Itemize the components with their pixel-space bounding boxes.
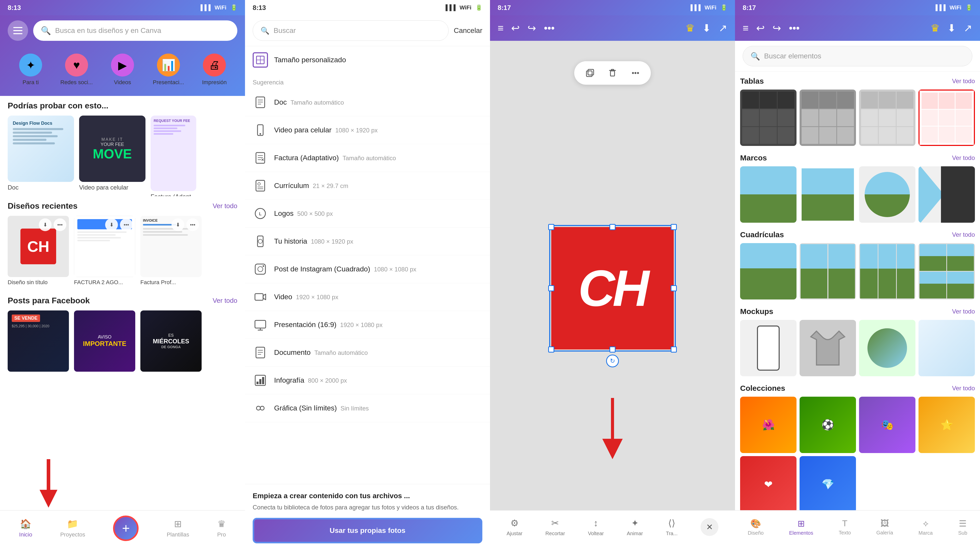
template-card-factura[interactable]: REQUEST YOUR FEE Factura (Adapt... [151,116,196,191]
nav-diseno[interactable]: 🎨 Diseño [748,518,764,536]
fb-card-3[interactable]: ES MIÉRCOLES DE GONGA [140,310,202,372]
download-icon-p4[interactable]: ⬇ [947,22,956,34]
more-toolbar-icon[interactable]: ••• [628,65,643,81]
nav-plus[interactable]: + [113,516,138,541]
undo-icon[interactable]: ↩ [511,22,520,34]
template-card-video[interactable]: MAKE IT YOUR FEE MOVE Video para celular [79,116,145,191]
cuadricula-thumb-2[interactable] [800,243,856,300]
nav-marca[interactable]: ⟡ Marca [918,518,933,536]
plus-button[interactable]: + [113,516,138,541]
table-thumb-2[interactable] [800,89,856,146]
marco-thumb-4[interactable] [918,166,975,223]
transicion-item[interactable]: ⟨⟩ Tra... [666,518,678,537]
nav-elementos[interactable]: ⊞ Elementos [789,518,813,536]
list-item-video-celular[interactable]: Video para celular 1080 × 1920 px [245,116,490,144]
search-input-box[interactable]: 🔍 Buscar [253,21,449,41]
nav-galeria[interactable]: 🖼 Galería [877,518,893,536]
recent-card-factura-prof[interactable]: INVOICE ⬇ ••• Factura Prof... [140,216,202,286]
menu-icon-p4[interactable]: ≡ [743,22,749,34]
list-item-instagram[interactable]: Post de Instagram (Cuadrado) 1080 × 1080… [245,256,490,283]
coll-thumb-5[interactable]: ❤ [740,456,797,510]
list-item-cartel[interactable]: Cartel (Vertical (42 cm × 59.4 cm)) 42 ×… [245,422,490,429]
handle-bottom-mid[interactable] [609,346,616,353]
mockup-thumb-cutoff[interactable] [918,320,975,376]
category-impresion[interactable]: 🖨 Impresión [191,54,237,86]
marco-thumb-1[interactable] [740,166,797,223]
close-button-p3[interactable]: ✕ [700,518,718,536]
list-item-doc[interactable]: Doc Tamaño automático [245,89,490,116]
elements-search-box[interactable]: 🔍 Buscar elementos [743,46,972,66]
list-item-presentacion[interactable]: Presentación (16:9) 1920 × 1080 px [245,311,490,339]
more-action[interactable]: ••• [54,218,66,231]
recent-see-all[interactable]: Ver todo [213,202,237,210]
table-thumb-3[interactable] [859,89,915,146]
delete-toolbar-icon[interactable] [605,65,620,81]
fb-card-1[interactable]: SE VENDE $25,295 | 30,000 | 2020 [8,310,69,372]
marco-thumb-3[interactable] [859,166,915,223]
cuadricula-thumb-1[interactable] [740,243,797,300]
category-presentaciones[interactable]: 📊 Presentaci... [145,54,191,86]
mockups-see-all[interactable]: Ver todo [952,308,975,315]
crown-icon-p4[interactable]: ♛ [931,22,940,34]
more-action-3[interactable]: ••• [186,218,199,231]
nav-pro[interactable]: ♛ Pro [217,519,226,538]
marco-thumb-2[interactable] [800,166,856,223]
mockup-thumb-phone[interactable] [740,320,797,376]
list-item-grafica[interactable]: Gráfica (Sin límites) Sin límites [245,394,490,422]
handle-left-mid[interactable] [548,285,554,291]
cuadriculas-see-all[interactable]: Ver todo [952,231,975,238]
crown-icon-p3[interactable]: ♛ [686,22,695,34]
handle-bottom-right[interactable] [671,346,677,353]
animar-item[interactable]: ✦ Animar [627,518,643,537]
nav-texto[interactable]: T Texto [838,518,851,536]
table-thumb-1[interactable] [740,89,797,146]
cuadricula-thumb-4[interactable] [918,243,975,300]
list-item-factura[interactable]: Factura (Adaptativo) Tamaño automático [245,144,490,172]
list-item-logos[interactable]: L Logos 500 × 500 px [245,200,490,227]
fb-card-2[interactable]: AVISO IMPORTANTE [74,310,135,372]
coll-thumb-6[interactable]: 💎 [800,456,856,510]
ajustar-item[interactable]: ⚙ Ajustar [507,518,522,537]
menu-icon-p3[interactable]: ≡ [498,22,504,34]
tablas-see-all[interactable]: Ver todo [952,78,975,85]
handle-bottom-left[interactable] [548,346,554,353]
share-icon[interactable]: ↗ [719,22,727,34]
download-action[interactable]: ⬇ [39,218,52,231]
ch-logo-element[interactable]: CH [551,227,674,349]
download-icon-p3[interactable]: ⬇ [702,22,711,34]
marcos-see-all[interactable]: Ver todo [952,154,975,162]
list-item-curriculum[interactable]: Currículum 21 × 29.7 cm [245,172,490,200]
use-photos-button[interactable]: Usar tus propias fotos [253,518,482,543]
list-item-infografia[interactable]: Infografía 800 × 2000 px [245,367,490,394]
handle-right-mid[interactable] [671,285,677,291]
more-action-2[interactable]: ••• [120,218,133,231]
cuadricula-thumb-3[interactable] [859,243,915,300]
list-item-documento[interactable]: Documento Tamaño automático [245,339,490,367]
mockup-thumb-tshirt[interactable] [800,320,856,376]
mockup-thumb-circle[interactable] [859,320,915,376]
download-action-3[interactable]: ⬇ [172,218,184,231]
category-para-ti[interactable]: ✦ Para ti [8,54,54,86]
cancel-button[interactable]: Cancelar [454,27,482,35]
recortar-item[interactable]: ✂ Recortar [546,518,565,537]
selected-element[interactable]: CH ↻ [551,227,674,349]
table-thumb-4[interactable] [918,89,975,146]
template-card-doc[interactable]: Design Flow Docs Doc [8,116,74,191]
nav-sub[interactable]: ☰ Sub [958,518,967,536]
facebook-see-all[interactable]: Ver todo [213,297,237,305]
category-redes-sociales[interactable]: ♥ Redes soci... [54,54,100,86]
list-item-video[interactable]: Video 1920 × 1080 px [245,283,490,311]
colecciones-see-all[interactable]: Ver todo [952,385,975,392]
redo-icon[interactable]: ↪ [528,22,536,34]
category-videos[interactable]: ▶ Videos [100,54,145,86]
coll-thumb-4[interactable]: ⭐ [918,397,975,453]
custom-size-item[interactable]: Tamaño personalizado [245,46,490,74]
copy-toolbar-icon[interactable] [582,65,597,81]
handle-top-mid[interactable] [609,224,616,230]
coll-thumb-1[interactable]: 🌺 [740,397,797,453]
rotate-handle[interactable]: ↻ [606,354,619,367]
menu-button[interactable] [8,21,28,41]
handle-top-left[interactable] [548,224,554,230]
voltear-item[interactable]: ↕ Voltear [588,518,604,537]
list-item-tu-historia[interactable]: Tu historia 1080 × 1920 px [245,227,490,256]
